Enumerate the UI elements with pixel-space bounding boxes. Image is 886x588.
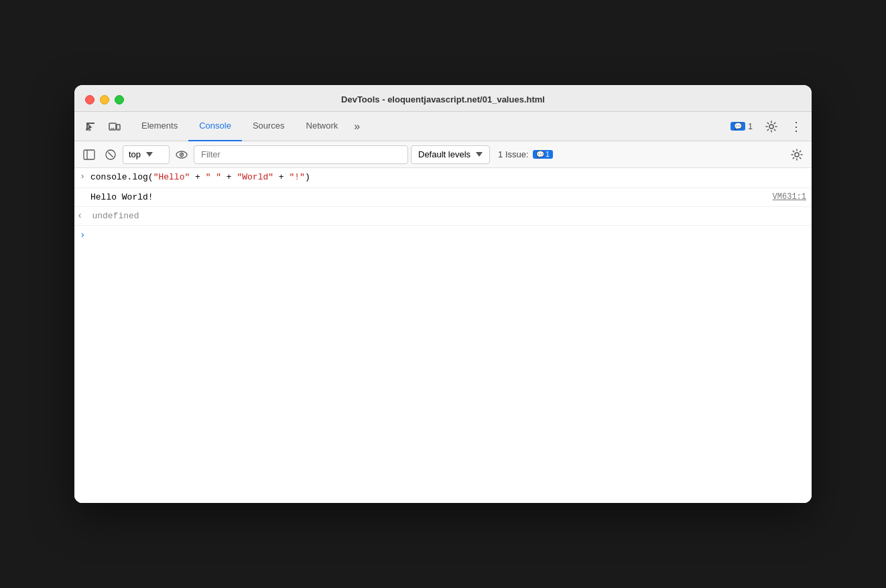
issues-bar[interactable]: 1 Issue: 💬 1 (493, 145, 558, 164)
titlebar: DevTools - eloquentjavascript.net/01_val… (74, 85, 812, 112)
issues-count-badge: 💬 1 (533, 150, 553, 159)
svg-point-7 (769, 125, 773, 129)
tabs: Elements Console Sources Network » (131, 112, 725, 141)
console-output-entry: Hello World! VM631:1 (74, 188, 812, 207)
log-level-selector[interactable]: Default levels (411, 145, 490, 164)
prompt-chevron-icon: › (80, 230, 85, 240)
console-gear-icon (791, 149, 803, 161)
console-settings-button[interactable] (787, 145, 806, 164)
sidebar-icon (83, 149, 95, 160)
settings-button[interactable] (761, 116, 782, 137)
clear-console-button[interactable] (101, 145, 120, 164)
issues-badge[interactable]: 💬 1 (725, 121, 758, 133)
more-options-button[interactable]: ⋮ (785, 116, 806, 137)
log-str1: "Hello" (153, 172, 190, 182)
tab-sources[interactable]: Sources (242, 112, 296, 141)
log-method: console.log( (90, 172, 153, 182)
log-str2: " " (206, 172, 221, 182)
console-toolbar: top Default levels 1 Issue: 💬 1 (74, 141, 812, 168)
tab-elements[interactable]: Elements (131, 112, 188, 141)
clear-icon (105, 149, 116, 160)
device-icon (109, 121, 121, 132)
svg-rect-2 (88, 123, 94, 124)
log-str3: "World" (237, 172, 273, 182)
filter-input[interactable] (194, 145, 408, 164)
devtools-body: Elements Console Sources Network » 💬 (74, 112, 812, 503)
show-sidebar-button[interactable] (80, 145, 99, 164)
console-log-entry: › console.log("Hello" + " " + "World" + … (74, 168, 812, 188)
window-title: DevTools - eloquentjavascript.net/01_val… (341, 94, 545, 104)
tab-network[interactable]: Network (296, 112, 349, 141)
levels-chevron-icon (476, 152, 483, 157)
live-expressions-button[interactable] (172, 145, 191, 164)
log-entry-row: › console.log("Hello" + " " + "World" + … (77, 171, 806, 185)
log-str4: "!" (289, 172, 304, 182)
log-close: ) (305, 172, 310, 182)
console-content: › console.log("Hello" + " " + "World" + … (74, 168, 812, 503)
console-undefined-entry: ‹ undefined (74, 207, 812, 226)
issues-badge-icon: 💬 (731, 122, 745, 131)
chevron-down-icon (146, 152, 153, 157)
inspect-element-button[interactable] (80, 116, 101, 137)
log-plus1: + (190, 172, 205, 182)
svg-point-15 (795, 153, 799, 157)
close-button[interactable] (85, 95, 94, 104)
log-plus2: + (221, 172, 237, 182)
context-selector[interactable]: top (123, 145, 170, 164)
more-tabs-button[interactable]: » (349, 112, 365, 141)
output-text: Hello World! (90, 192, 153, 202)
traffic-lights (85, 95, 124, 104)
maximize-button[interactable] (115, 95, 124, 104)
log-content: console.log("Hello" + " " + "World" + "!… (88, 171, 806, 185)
console-prompt[interactable]: › (74, 226, 812, 244)
tab-console[interactable]: Console (188, 112, 242, 141)
gear-icon (765, 121, 777, 133)
devtools-window: DevTools - eloquentjavascript.net/01_val… (74, 85, 812, 503)
svg-point-14 (181, 154, 182, 155)
vm-link[interactable]: VM631:1 (773, 192, 806, 202)
tab-bar: Elements Console Sources Network » 💬 (74, 112, 812, 141)
svg-rect-4 (117, 125, 120, 130)
eye-icon (176, 149, 188, 161)
cursor-icon (85, 121, 96, 132)
return-arrow: ‹ (77, 210, 82, 221)
undefined-value: undefined (92, 211, 139, 221)
svg-line-11 (108, 152, 113, 157)
log-plus3: + (273, 172, 289, 182)
expand-log-button[interactable]: › (77, 171, 88, 182)
minimize-button[interactable] (100, 95, 109, 104)
device-toolbar-button[interactable] (104, 116, 125, 137)
svg-rect-8 (84, 150, 94, 159)
tab-bar-icons (80, 116, 125, 137)
tab-bar-right: 💬 1 ⋮ (725, 116, 806, 137)
